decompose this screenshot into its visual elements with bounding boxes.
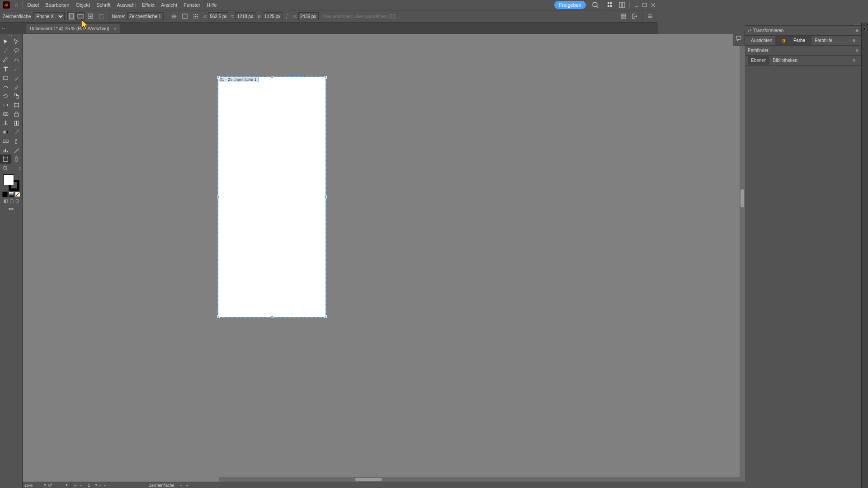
direct-selection-tool[interactable] bbox=[11, 37, 23, 46]
gradient-tool[interactable] bbox=[0, 127, 11, 136]
x-input[interactable] bbox=[208, 12, 228, 20]
width-input[interactable] bbox=[263, 12, 283, 20]
move-with-artboard-icon[interactable] bbox=[170, 12, 178, 20]
selection-tool[interactable] bbox=[0, 37, 11, 46]
scale-tool[interactable] bbox=[11, 91, 23, 100]
curvature-tool[interactable] bbox=[11, 55, 23, 64]
rotate-tool[interactable] bbox=[0, 91, 11, 100]
menu-schrift[interactable]: Schrift bbox=[93, 1, 113, 9]
menu-ansicht[interactable]: Ansicht bbox=[158, 1, 180, 9]
hand-tool[interactable] bbox=[11, 155, 23, 164]
rectangle-tool[interactable] bbox=[0, 73, 11, 82]
name-label: Name: bbox=[112, 14, 125, 19]
panel-menu-icon[interactable] bbox=[646, 12, 654, 20]
paintbrush-tool[interactable] bbox=[11, 73, 23, 82]
tab-close-icon[interactable]: × bbox=[114, 26, 117, 31]
menu-objekt[interactable]: Objekt bbox=[72, 1, 93, 9]
menu-effekt[interactable]: Effekt bbox=[139, 1, 158, 9]
height-input[interactable] bbox=[298, 12, 319, 20]
width-tool[interactable] bbox=[0, 100, 11, 109]
shaper-tool[interactable] bbox=[0, 82, 11, 91]
magic-wand-tool[interactable] bbox=[0, 46, 11, 55]
svg-point-28 bbox=[197, 18, 198, 19]
menu-hilfe[interactable]: Hilfe bbox=[203, 1, 220, 9]
type-tool[interactable] bbox=[0, 64, 11, 73]
eyedropper-tool[interactable] bbox=[11, 127, 23, 136]
lasso-tool[interactable] bbox=[11, 46, 23, 55]
menu-datei[interactable]: Datei bbox=[24, 1, 42, 9]
svg-rect-9 bbox=[643, 3, 646, 7]
exit-artboard-icon[interactable] bbox=[630, 12, 638, 20]
separator bbox=[603, 1, 603, 9]
svg-point-45 bbox=[14, 103, 15, 103]
edit-toolbar-icon[interactable]: ⤵ bbox=[11, 164, 22, 173]
fill-stroke-swatch[interactable] bbox=[3, 174, 19, 191]
more-tools-icon[interactable]: ••• bbox=[0, 206, 22, 211]
color-mode-none[interactable] bbox=[15, 192, 20, 197]
svg-rect-34 bbox=[621, 17, 623, 19]
document-tab[interactable]: Unbenannt-1* @ 25 % (RGB/Vorschau) × bbox=[26, 24, 120, 33]
resize-handle[interactable] bbox=[324, 315, 327, 318]
draw-mode-icon[interactable]: ◧ bbox=[4, 198, 8, 203]
eraser-tool[interactable] bbox=[11, 82, 23, 91]
blend-tool[interactable] bbox=[0, 136, 11, 145]
arrange-docs-icon[interactable] bbox=[618, 1, 626, 9]
color-mode-gradient[interactable] bbox=[9, 192, 14, 197]
artboard-options-icon[interactable] bbox=[181, 12, 189, 20]
grid-snap-icon[interactable] bbox=[619, 12, 627, 20]
search-icon[interactable] bbox=[592, 1, 599, 9]
resize-handle[interactable] bbox=[217, 76, 220, 79]
home-icon[interactable]: ⌂ bbox=[14, 1, 18, 9]
free-transform-tool[interactable] bbox=[11, 100, 23, 109]
resize-handle[interactable] bbox=[324, 76, 327, 79]
svg-rect-19 bbox=[183, 14, 187, 19]
symbol-sprayer-tool[interactable] bbox=[11, 136, 23, 145]
live-paint-tool[interactable] bbox=[11, 109, 23, 118]
artboard-name-input[interactable] bbox=[127, 12, 164, 20]
pen-tool[interactable] bbox=[0, 55, 11, 64]
canvas-area[interactable]: 01 - Zeichenfläche 1 bbox=[23, 34, 658, 369]
new-artboard-button[interactable] bbox=[86, 12, 94, 20]
resize-handle[interactable] bbox=[271, 315, 274, 318]
color-mode-solid[interactable] bbox=[2, 192, 8, 197]
perspective-grid-tool[interactable] bbox=[0, 118, 11, 127]
mesh-tool[interactable] bbox=[11, 118, 23, 127]
change-screen-icon[interactable]: ⊡ bbox=[15, 198, 19, 203]
maximize-button[interactable] bbox=[642, 2, 647, 8]
y-input[interactable] bbox=[235, 12, 255, 20]
separator bbox=[629, 1, 630, 9]
menu-bearbeiten[interactable]: Bearbeiten bbox=[42, 1, 72, 9]
zoom-tool[interactable] bbox=[0, 164, 11, 173]
delete-artboard-button[interactable] bbox=[97, 12, 105, 20]
svg-rect-56 bbox=[3, 140, 5, 142]
color-mode-row bbox=[0, 192, 22, 197]
minimize-button[interactable] bbox=[634, 2, 639, 8]
link-wh-icon[interactable] bbox=[283, 12, 291, 20]
column-graph-tool[interactable] bbox=[0, 145, 11, 155]
svg-rect-61 bbox=[7, 151, 8, 152]
shape-builder-tool[interactable] bbox=[0, 109, 11, 118]
line-tool[interactable] bbox=[11, 64, 23, 73]
resize-handle[interactable] bbox=[217, 196, 220, 198]
share-button[interactable]: Freigeben bbox=[554, 1, 586, 9]
menu-fenster[interactable]: Fenster bbox=[180, 1, 203, 9]
close-button[interactable] bbox=[650, 2, 656, 8]
screen-mode-row: ◧ ▢ ⊡ bbox=[0, 198, 22, 203]
workspace-icon[interactable] bbox=[607, 1, 614, 9]
artboard-preset-select[interactable]: iPhone X bbox=[33, 12, 65, 20]
reference-point-icon[interactable] bbox=[192, 12, 200, 20]
screen-mode-icon[interactable]: ▢ bbox=[9, 198, 14, 203]
resize-handle[interactable] bbox=[324, 196, 327, 198]
fill-swatch[interactable] bbox=[3, 174, 14, 185]
resize-handle[interactable] bbox=[217, 315, 220, 318]
svg-rect-33 bbox=[624, 14, 626, 16]
menu-auswahl[interactable]: Auswahl bbox=[113, 1, 139, 9]
slice-tool[interactable] bbox=[11, 145, 23, 155]
artboard-tool[interactable] bbox=[0, 155, 11, 164]
orientation-portrait-button[interactable] bbox=[67, 12, 75, 20]
rearrange-all-label[interactable]: Neu anordnen: Alles auswählen bbox=[323, 14, 387, 19]
artboard[interactable]: 01 - Zeichenfläche 1 bbox=[218, 77, 326, 317]
orientation-landscape-button[interactable] bbox=[76, 12, 85, 20]
svg-line-1 bbox=[597, 6, 598, 8]
resize-handle[interactable] bbox=[271, 76, 274, 79]
